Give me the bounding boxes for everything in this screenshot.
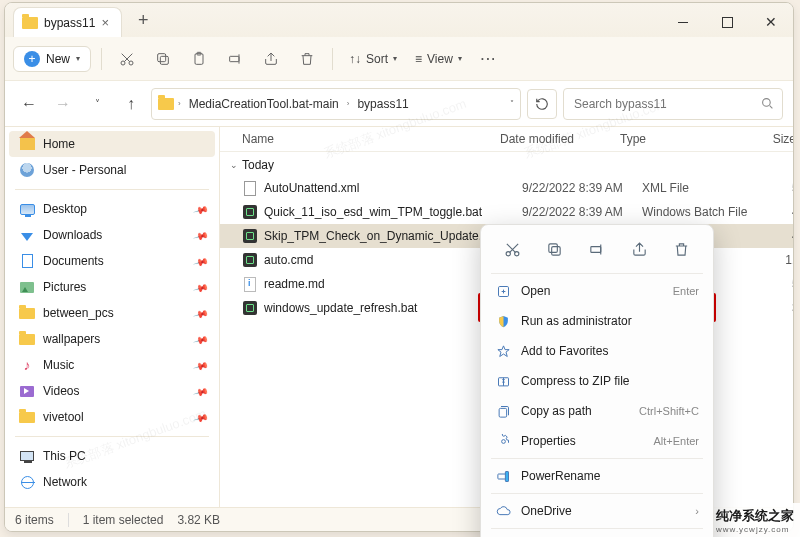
view-button[interactable]: ≡ View ▾ xyxy=(409,49,468,69)
svg-point-16 xyxy=(501,439,505,443)
file-size: 4 KB xyxy=(762,229,793,243)
cut-icon[interactable] xyxy=(112,44,142,74)
folder-icon xyxy=(19,334,35,345)
batch-file-icon xyxy=(243,229,257,243)
sidebar-item-label: Pictures xyxy=(43,280,86,294)
column-header-date[interactable]: Date modified xyxy=(500,132,620,146)
context-item-compress-zip[interactable]: Compress to ZIP file xyxy=(487,366,707,396)
pin-icon: 📌 xyxy=(193,305,209,321)
sidebar-item-wallpapers[interactable]: wallpapers📌 xyxy=(5,326,219,352)
sort-label: Sort xyxy=(366,52,388,66)
sidebar-item-downloads[interactable]: Downloads📌 xyxy=(5,222,219,248)
context-item-run-as-admin[interactable]: Run as administrator xyxy=(487,306,707,336)
forward-button[interactable]: → xyxy=(49,90,77,118)
paste-icon[interactable] xyxy=(184,44,214,74)
svg-rect-18 xyxy=(505,471,508,481)
group-header-today[interactable]: ⌄ Today xyxy=(220,152,793,176)
tab-close-icon[interactable]: × xyxy=(101,15,109,30)
sidebar-item-vivetool[interactable]: vivetool📌 xyxy=(5,404,219,430)
file-row[interactable]: Quick_11_iso_esd_wim_TPM_toggle.bat 9/22… xyxy=(220,200,793,224)
properties-icon xyxy=(495,433,511,449)
breadcrumb[interactable]: › MediaCreationTool.bat-main › bypass11 … xyxy=(151,88,521,120)
sort-button[interactable]: ↑↓ Sort ▾ xyxy=(343,49,403,69)
context-item-label: Add to Favorites xyxy=(521,344,608,358)
pictures-icon xyxy=(20,282,34,293)
powerrename-icon xyxy=(495,468,511,484)
window-tab[interactable]: bypass11 × xyxy=(13,7,122,37)
sidebar-item-user[interactable]: User - Personal xyxy=(5,157,219,183)
rename-icon[interactable] xyxy=(220,44,250,74)
sidebar-item-label: Documents xyxy=(43,254,104,268)
rename-icon[interactable] xyxy=(583,235,611,263)
search-box[interactable] xyxy=(563,88,783,120)
context-item-label: OneDrive xyxy=(521,504,572,518)
column-header-size[interactable]: Size xyxy=(740,132,793,146)
minimize-button[interactable] xyxy=(661,7,705,37)
context-item-open[interactable]: Open Enter xyxy=(487,276,707,306)
batch-file-icon xyxy=(243,205,257,219)
desktop-icon xyxy=(20,204,35,215)
maximize-button[interactable] xyxy=(705,7,749,37)
sidebar-item-desktop[interactable]: Desktop📌 xyxy=(5,196,219,222)
sidebar-item-network[interactable]: Network xyxy=(5,469,219,495)
close-button[interactable]: ✕ xyxy=(749,7,793,37)
back-button[interactable]: ← xyxy=(15,90,43,118)
column-header-type[interactable]: Type xyxy=(620,132,740,146)
file-name: Quick_11_iso_esd_wim_TPM_toggle.bat xyxy=(264,205,522,219)
more-button[interactable]: ··· xyxy=(474,44,504,74)
context-menu: Open Enter Run as administrator Add to F… xyxy=(480,224,714,537)
column-header-name[interactable]: Name xyxy=(242,132,500,146)
new-button[interactable]: + New ▾ xyxy=(13,46,91,72)
context-item-add-favorites[interactable]: Add to Favorites xyxy=(487,336,707,366)
pin-icon: 📌 xyxy=(193,383,209,399)
status-selected-size: 3.82 KB xyxy=(177,513,220,527)
file-row[interactable]: AutoUnattend.xml 9/22/2022 8:39 AM XML F… xyxy=(220,176,793,200)
path-icon xyxy=(495,403,511,419)
search-input[interactable] xyxy=(572,96,755,112)
context-item-show-more[interactable]: Show more options Sh xyxy=(487,531,707,537)
sidebar-item-thispc[interactable]: This PC xyxy=(5,443,219,469)
chevron-down-icon[interactable]: ˅ xyxy=(510,99,514,108)
folder-icon xyxy=(19,412,35,423)
sidebar-item-music[interactable]: ♪Music📌 xyxy=(5,352,219,378)
separator xyxy=(332,48,333,70)
svg-rect-6 xyxy=(230,56,239,61)
delete-icon[interactable] xyxy=(668,235,696,263)
sidebar-item-home[interactable]: Home xyxy=(9,131,215,157)
share-icon[interactable] xyxy=(256,44,286,74)
context-item-powerrename[interactable]: PowerRename xyxy=(487,461,707,491)
file-size: 5 KB xyxy=(762,181,793,195)
context-item-properties[interactable]: Properties Alt+Enter xyxy=(487,426,707,456)
sidebar-item-label: Videos xyxy=(43,384,79,398)
context-item-label: Open xyxy=(521,284,550,298)
pin-icon: 📌 xyxy=(193,357,209,373)
copy-icon[interactable] xyxy=(148,44,178,74)
breadcrumb-segment[interactable]: MediaCreationTool.bat-main xyxy=(185,95,343,113)
view-icon: ≡ xyxy=(415,52,422,66)
sidebar-item-documents[interactable]: Documents📌 xyxy=(5,248,219,274)
sidebar-item-between-pcs[interactable]: between_pcs📌 xyxy=(5,300,219,326)
pin-icon: 📌 xyxy=(193,331,209,347)
refresh-button[interactable] xyxy=(527,89,557,119)
new-tab-button[interactable]: + xyxy=(132,10,155,31)
svg-rect-11 xyxy=(549,243,558,252)
delete-icon[interactable] xyxy=(292,44,322,74)
copy-icon[interactable] xyxy=(541,235,569,263)
up-button[interactable]: ↑ xyxy=(117,90,145,118)
sidebar-item-videos[interactable]: Videos📌 xyxy=(5,378,219,404)
pin-icon: 📌 xyxy=(193,279,209,295)
sidebar-item-pictures[interactable]: Pictures📌 xyxy=(5,274,219,300)
context-item-copy-path[interactable]: Copy as path Ctrl+Shift+C xyxy=(487,396,707,426)
separator xyxy=(491,458,703,459)
brand-name: 纯净系统之家 xyxy=(716,508,794,523)
recent-locations-button[interactable]: ˅ xyxy=(83,90,111,118)
context-item-shortcut: Ctrl+Shift+C xyxy=(639,405,699,417)
share-icon[interactable] xyxy=(625,235,653,263)
context-item-label: Compress to ZIP file xyxy=(521,374,629,388)
column-headers: Name Date modified Type Size xyxy=(220,127,793,152)
context-item-onedrive[interactable]: OneDrive › xyxy=(487,496,707,526)
breadcrumb-segment[interactable]: bypass11 xyxy=(353,95,412,113)
pin-icon: 📌 xyxy=(193,201,209,217)
cut-icon[interactable] xyxy=(498,235,526,263)
ellipsis-icon: ··· xyxy=(481,52,497,66)
